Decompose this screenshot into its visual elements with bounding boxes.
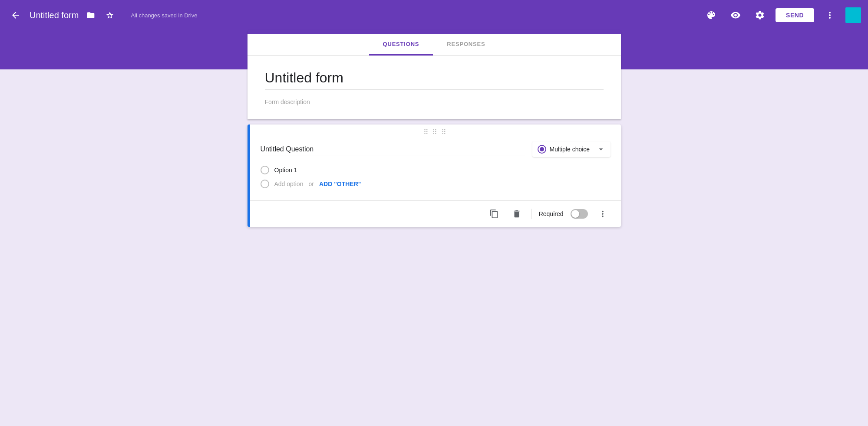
- add-option-row: Add option or ADD "OTHER": [261, 180, 611, 188]
- center-column: QUESTIONS RESPONSES Untitled form Form d…: [248, 30, 621, 409]
- topbar: Untitled form All changes saved in Drive…: [0, 0, 868, 30]
- add-option-separator: or: [308, 180, 314, 187]
- content-area: QUESTIONS RESPONSES Untitled form Form d…: [0, 69, 868, 426]
- tabs-row: QUESTIONS RESPONSES: [248, 34, 621, 56]
- form-description[interactable]: Form description: [265, 98, 604, 105]
- option-row-1: Option 1: [261, 166, 611, 174]
- option-radio-1: [261, 166, 269, 174]
- radio-icon: [538, 145, 546, 154]
- question-card: ⠿ ⠿ ⠿ Multiple choice Option 1: [248, 125, 621, 227]
- form-title[interactable]: Untitled form: [265, 70, 604, 90]
- footer-divider: [531, 209, 532, 219]
- question-body: Multiple choice Option 1 Add option or A…: [250, 138, 621, 200]
- required-toggle[interactable]: [571, 209, 588, 219]
- send-button[interactable]: SEND: [776, 8, 814, 22]
- topbar-left: Untitled form All changes saved in Drive: [7, 7, 703, 24]
- question-footer: Required: [250, 200, 621, 227]
- save-status: All changes saved in Drive: [131, 12, 197, 19]
- avatar[interactable]: [845, 7, 861, 23]
- tab-responses[interactable]: RESPONSES: [433, 34, 499, 56]
- add-option-radio: [261, 180, 269, 188]
- preview-button[interactable]: [727, 7, 744, 24]
- form-title-section: Untitled form Form description: [248, 56, 621, 119]
- chevron-down-icon: [597, 145, 605, 154]
- option-label-1: Option 1: [274, 167, 297, 174]
- tab-questions[interactable]: QUESTIONS: [369, 34, 433, 56]
- question-top-row: Multiple choice: [261, 141, 611, 157]
- color-palette-button[interactable]: [703, 7, 720, 24]
- star-button[interactable]: [103, 8, 117, 22]
- required-label: Required: [539, 210, 564, 217]
- settings-button[interactable]: [751, 7, 769, 24]
- duplicate-button[interactable]: [486, 206, 502, 222]
- more-options-button[interactable]: [595, 206, 611, 222]
- drag-handle[interactable]: ⠿ ⠿ ⠿: [250, 125, 621, 138]
- topbar-right: SEND: [703, 7, 861, 24]
- question-type-label: Multiple choice: [550, 146, 590, 153]
- question-title-input[interactable]: [261, 144, 525, 155]
- folder-button[interactable]: [84, 8, 98, 22]
- back-button[interactable]: [7, 7, 24, 24]
- add-other-link[interactable]: ADD "OTHER": [319, 180, 361, 187]
- form-tabs-card: QUESTIONS RESPONSES Untitled form Form d…: [248, 30, 621, 119]
- more-vert-button[interactable]: [821, 7, 838, 24]
- question-type-select[interactable]: Multiple choice: [532, 141, 611, 157]
- app-title: Untitled form: [30, 10, 79, 20]
- delete-button[interactable]: [509, 206, 525, 222]
- add-option-text[interactable]: Add option: [274, 180, 304, 187]
